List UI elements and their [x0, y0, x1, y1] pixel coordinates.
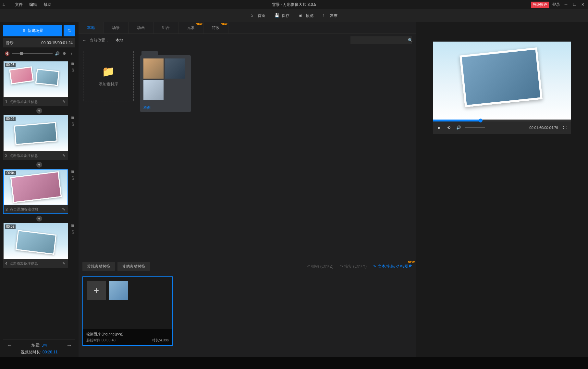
volume-row: 🔇 🔊 ⚙ ♪: [3, 49, 75, 58]
statusbar: [0, 357, 588, 369]
prev-scene-button[interactable]: ←: [6, 342, 12, 349]
volume-slider[interactable]: [12, 53, 53, 54]
asset-folder[interactable]: 样例: [140, 51, 191, 112]
fullscreen-button[interactable]: ⛶: [562, 125, 568, 131]
save-button[interactable]: 💾保存: [275, 13, 289, 19]
music-track-row[interactable]: 音乐 00:00:15/00:01:24: [3, 38, 75, 47]
scene-index: 2: [5, 153, 7, 158]
scene-note[interactable]: 点击添加备注信息: [9, 153, 60, 158]
preview-progress[interactable]: [433, 120, 571, 121]
add-clip-image-button[interactable]: +: [87, 281, 106, 300]
scene-note[interactable]: 点击添加备注信息: [9, 99, 60, 104]
menu-edit[interactable]: 编辑: [26, 2, 40, 7]
edit-note-icon[interactable]: ✎: [62, 261, 66, 266]
delete-scene-icon[interactable]: 🗑: [70, 115, 75, 120]
plus-circle-icon: ⊕: [22, 28, 26, 33]
edit-note-icon[interactable]: ✎: [62, 153, 66, 158]
scene-item[interactable]: 00:09 🗑⎘ 4 点击添加备注信息 ✎: [3, 223, 75, 268]
music-add-icon[interactable]: ♪: [69, 51, 74, 56]
pencil-icon: ✎: [373, 264, 376, 269]
volume-button[interactable]: 🔊: [456, 125, 461, 131]
scene-duration: 00:09: [5, 224, 16, 229]
delete-scene-icon[interactable]: 🗑: [70, 223, 75, 228]
upload-icon: ↑: [323, 13, 328, 18]
search-input[interactable]: [353, 38, 408, 43]
edit-note-icon[interactable]: ✎: [62, 99, 66, 104]
sort-scenes-button[interactable]: ⇅: [64, 25, 75, 36]
maximize-icon[interactable]: ☐: [572, 2, 577, 7]
tab-scene[interactable]: 场景: [104, 22, 129, 33]
upgrade-button[interactable]: 升级账户: [531, 2, 549, 8]
tab-animation[interactable]: 动画: [129, 22, 153, 33]
center-panel: 本地 场景 动画 组合 元素NEW 特效NEW ← 当前位置： 本地 🔍 📁 添…: [79, 22, 416, 357]
preview-button[interactable]: ▣预览: [299, 13, 313, 19]
copy-scene-icon[interactable]: ⎘: [70, 68, 75, 73]
edit-note-icon[interactable]: ✎: [61, 207, 66, 212]
redo-button: ↷ 恢复 (Ctrl+Y): [340, 264, 367, 269]
new-scene-button[interactable]: ⊕ 新建场景: [3, 25, 62, 36]
preview-icon: ▣: [299, 13, 304, 18]
add-scene-between-button[interactable]: +: [36, 108, 42, 114]
scene-sidebar: ⊕ 新建场景 ⇅ 音乐 00:00:15/00:01:24 🔇 🔊 ⚙ ♪ 00…: [0, 22, 79, 357]
delete-scene-icon[interactable]: 🗑: [70, 169, 75, 174]
scene-list: 00:05 🗑⎘ 1 点击添加备注信息 ✎ + 00:09 🗑⎘: [3, 61, 75, 339]
home-button[interactable]: ⌂首页: [251, 13, 265, 19]
publish-button[interactable]: ↑发布: [323, 13, 337, 19]
scene-note[interactable]: 点击添加备注信息: [9, 261, 60, 266]
tab-compose[interactable]: 组合: [153, 22, 178, 33]
undo-button: ↶ 撤销 (Ctrl+Z): [307, 264, 334, 269]
add-scene-between-button[interactable]: +: [36, 162, 42, 168]
scene-item[interactable]: 00:04 🗑⎘ 3 点击添加备注信息 ✎: [3, 169, 75, 214]
copy-scene-icon[interactable]: ⎘: [70, 175, 75, 181]
preview-controls: ▶ ⟲ 🔊 00:01.60/00:04.79 ⛶: [433, 121, 571, 134]
add-asset-library-button[interactable]: 📁 添加素材库: [83, 51, 134, 101]
tab-other-replace[interactable]: 其他素材替换: [117, 262, 150, 271]
breadcrumb-location: 本地: [116, 38, 123, 43]
search-box[interactable]: 🔍: [350, 36, 412, 44]
tab-effect[interactable]: 特效NEW: [203, 22, 228, 33]
home-icon: ⌂: [251, 13, 256, 18]
breadcrumb: ← 当前位置： 本地 🔍: [79, 34, 416, 47]
bottom-panel: 常规素材替换 其他素材替换 ↶ 撤销 (Ctrl+Z) ↷ 恢复 (Ctrl+Y…: [79, 260, 416, 357]
music-time: 00:00:15/00:01:24: [41, 41, 73, 45]
menu-help[interactable]: 帮助: [40, 2, 55, 7]
copy-scene-icon[interactable]: ⎘: [70, 121, 75, 127]
back-button[interactable]: ←: [82, 38, 86, 43]
search-icon[interactable]: 🔍: [408, 38, 413, 43]
preview-volume-slider[interactable]: [465, 127, 485, 128]
next-scene-button[interactable]: →: [66, 342, 72, 349]
tab-element[interactable]: 元素NEW: [178, 22, 203, 33]
scene-note[interactable]: 点击添加备注信息: [10, 207, 59, 212]
preview-time: 00:01.60/00:04.79: [529, 126, 558, 130]
folder-plus-icon: 📁: [102, 65, 115, 78]
scene-duration: 00:04: [5, 171, 16, 175]
play-button[interactable]: ▶: [436, 125, 442, 131]
asset-tabs: 本地 场景 动画 组合 元素NEW 特效NEW: [79, 22, 416, 34]
scene-item[interactable]: 00:05 🗑⎘ 1 点击添加备注信息 ✎: [3, 61, 75, 106]
settings-icon[interactable]: ⚙: [62, 51, 67, 56]
minimize-icon[interactable]: ─: [563, 2, 569, 7]
text-subtitle-link[interactable]: ✎ 文本/字幕/动画/图片 NEW: [373, 264, 412, 269]
clip-start-time: 00:00.40: [102, 338, 116, 342]
delete-scene-icon[interactable]: 🗑: [70, 61, 75, 66]
app-logo: ⟂: [3, 2, 8, 7]
tab-regular-replace[interactable]: 常规素材替换: [82, 262, 115, 271]
save-icon: 💾: [275, 13, 280, 18]
total-duration: 00:28.11: [43, 350, 58, 354]
login-button[interactable]: 登录: [552, 2, 560, 7]
tab-local[interactable]: 本地: [79, 22, 104, 33]
clip-thumbnail[interactable]: [109, 281, 128, 300]
sort-icon: ⇅: [68, 28, 71, 33]
copy-scene-icon[interactable]: ⎘: [70, 229, 75, 235]
volume-max-icon[interactable]: 🔊: [55, 51, 60, 56]
close-icon[interactable]: ✕: [580, 2, 585, 7]
volume-mute-icon[interactable]: 🔇: [5, 51, 10, 56]
preview-screen: [433, 42, 571, 120]
menu-file[interactable]: 文件: [12, 2, 26, 7]
loop-button[interactable]: ⟲: [446, 125, 452, 131]
scene-index: 3: [6, 207, 8, 212]
music-label: 音乐: [6, 40, 14, 46]
clip-card[interactable]: + 轮摘图片 (jpg,png,jpeg) 起始时间:00:00.40 时长:4…: [82, 276, 173, 346]
scene-item[interactable]: 00:09 🗑⎘ 2 点击添加备注信息 ✎: [3, 115, 75, 160]
add-scene-between-button[interactable]: +: [36, 216, 42, 222]
